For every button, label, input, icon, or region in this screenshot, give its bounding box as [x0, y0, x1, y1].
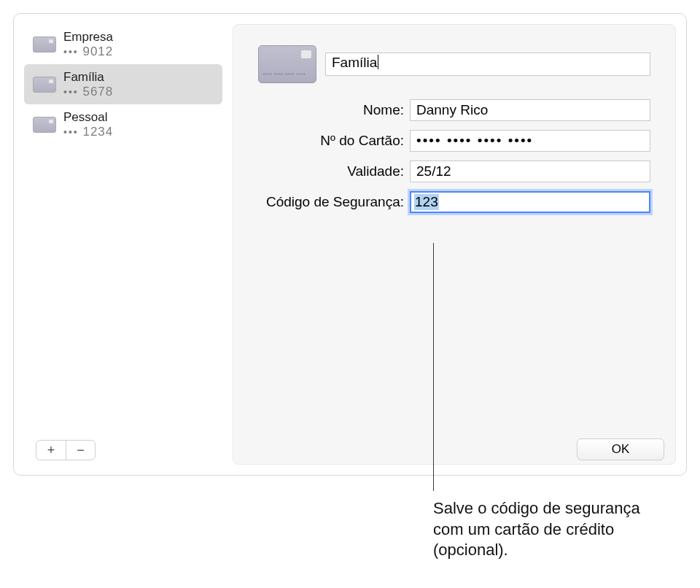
callout-leader-line: [433, 243, 434, 491]
card-title: Pessoal: [63, 110, 113, 125]
label-security-code: Código de Segurança:: [258, 194, 404, 210]
card-title: Empresa: [63, 30, 113, 45]
label-name: Nome:: [258, 102, 404, 118]
security-code-wrapper: 123: [410, 191, 650, 213]
card-masked-number: ••• 5678: [63, 85, 113, 99]
card-item-empresa[interactable]: Empresa ••• 9012: [24, 24, 222, 64]
credit-card-large-icon: 0000 0000 0000 1234: [258, 45, 316, 83]
card-number-input[interactable]: [410, 130, 650, 152]
add-card-button[interactable]: +: [36, 441, 66, 460]
callout-text: Salve o código de segurança com um cartã…: [433, 498, 666, 561]
card-detail-panel: 0000 0000 0000 1234 Família Nome: Nº do …: [233, 24, 676, 465]
card-masked-number: ••• 9012: [63, 45, 113, 59]
card-item-familia[interactable]: Família ••• 5678: [24, 64, 222, 104]
card-masked-number: ••• 1234: [63, 125, 113, 139]
label-card-number: Nº do Cartão:: [258, 133, 404, 149]
credit-card-icon: [33, 117, 56, 133]
label-expiry: Validade:: [258, 163, 404, 179]
security-code-input[interactable]: [410, 191, 650, 213]
credit-card-icon: [33, 77, 56, 93]
expiry-input[interactable]: [410, 160, 650, 182]
card-form: Nome: Nº do Cartão: Validade: Código de …: [258, 99, 650, 213]
add-remove-toolbar: + −: [36, 440, 96, 460]
remove-card-button[interactable]: −: [66, 441, 95, 460]
ok-button[interactable]: OK: [577, 438, 664, 460]
card-list-sidebar: Empresa ••• 9012 Família ••• 5678 Pessoa…: [24, 24, 222, 465]
credit-card-settings-window: Empresa ••• 9012 Família ••• 5678 Pessoa…: [13, 13, 687, 476]
card-title: Família: [63, 70, 113, 85]
window-body: Empresa ••• 9012 Família ••• 5678 Pessoa…: [14, 14, 686, 475]
detail-header: 0000 0000 0000 1234 Família: [258, 45, 650, 83]
name-input[interactable]: [410, 99, 650, 121]
card-item-pessoal[interactable]: Pessoal ••• 1234: [24, 104, 222, 144]
card-description-input[interactable]: Família: [325, 53, 650, 76]
credit-card-icon: [33, 36, 56, 53]
